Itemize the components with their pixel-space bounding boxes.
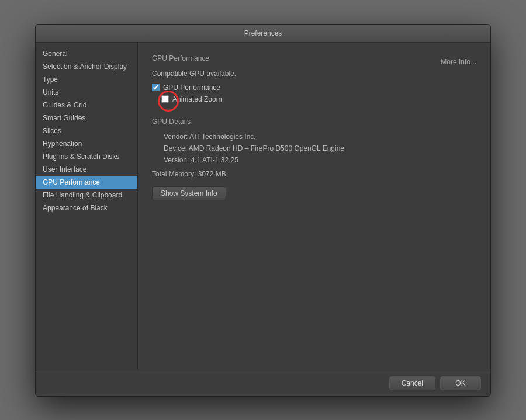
sidebar: General Selection & Anchor Display Type … (36, 43, 138, 370)
sidebar-item-units[interactable]: Units (36, 86, 137, 99)
gpu-details-section: GPU Details Vendor: ATI Technologies Inc… (152, 117, 476, 200)
animated-zoom-checkbox[interactable] (161, 95, 169, 103)
gpu-details-title: GPU Details (152, 117, 476, 126)
gpu-performance-checkbox[interactable] (152, 84, 160, 91)
section-title: GPU Performance (152, 54, 476, 63)
device-row: Device: AMD Radeon HD – FirePro D500 Ope… (152, 144, 476, 152)
version-row: Version: 4.1 ATI-1.32.25 (152, 156, 476, 164)
sidebar-item-gpu-performance[interactable]: GPU Performance (36, 176, 137, 189)
gpu-performance-checkbox-row: GPU Performance (152, 84, 476, 92)
gpu-performance-label: GPU Performance (163, 84, 220, 92)
preferences-dialog: Preferences General Selection & Anchor D… (35, 24, 491, 397)
animated-zoom-checkbox-row: Animated Zoom (161, 95, 476, 103)
total-memory: Total Memory: 3072 MB (152, 170, 476, 178)
sidebar-item-general[interactable]: General (36, 47, 137, 60)
sidebar-item-slices[interactable]: Slices (36, 124, 137, 137)
animated-zoom-label: Animated Zoom (172, 95, 222, 103)
show-system-info-button[interactable]: Show System Info (152, 186, 226, 200)
sidebar-item-type[interactable]: Type (36, 73, 137, 86)
sidebar-item-user-interface[interactable]: User Interface (36, 163, 137, 176)
sidebar-item-appearance-of-black[interactable]: Appearance of Black (36, 202, 137, 214)
sidebar-item-selection-anchor-display[interactable]: Selection & Anchor Display (36, 60, 137, 73)
sidebar-item-plug-ins[interactable]: Plug-ins & Scratch Disks (36, 150, 137, 163)
footer: Cancel OK (36, 370, 490, 396)
vendor-row: Vendor: ATI Technologies Inc. (152, 133, 476, 141)
ok-button[interactable]: OK (440, 376, 481, 390)
compatible-text: Compatible GPU available. (152, 70, 476, 78)
cancel-button[interactable]: Cancel (389, 376, 435, 390)
sidebar-item-hyphenation[interactable]: Hyphenation (36, 137, 137, 150)
main-panel: GPU Performance More Info... Compatible … (138, 43, 490, 370)
dialog-title: Preferences (244, 29, 282, 37)
titlebar: Preferences (36, 25, 490, 43)
more-info-link[interactable]: More Info... (441, 58, 476, 66)
content-area: General Selection & Anchor Display Type … (36, 43, 490, 370)
sidebar-item-file-handling[interactable]: File Handling & Clipboard (36, 189, 137, 202)
sidebar-item-smart-guides[interactable]: Smart Guides (36, 112, 137, 124)
sidebar-item-guides-grid[interactable]: Guides & Grid (36, 99, 137, 112)
